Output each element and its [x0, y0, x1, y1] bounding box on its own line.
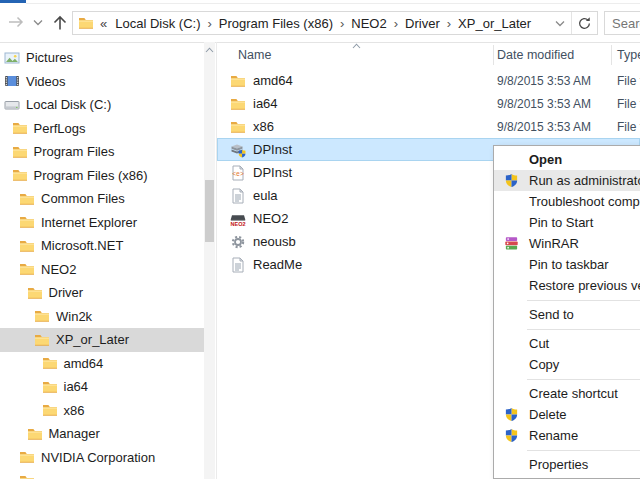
- menu-item-properties[interactable]: Properties: [494, 454, 640, 475]
- file-row-amd64[interactable]: amd649/8/2015 3:53 AMFile folder: [217, 69, 640, 92]
- column-header-type[interactable]: Type: [617, 48, 640, 62]
- svg-text:<e>: <e>: [232, 171, 244, 178]
- breadcrumb-separator-icon[interactable]: ›: [442, 16, 456, 31]
- sidebar-scrollbar[interactable]: [204, 42, 215, 479]
- menu-item-label: Delete: [529, 407, 567, 422]
- breadcrumb-separator-icon[interactable]: ›: [202, 16, 216, 31]
- file-name: DPInst: [253, 142, 292, 157]
- breadcrumb-overflow-chevron[interactable]: «: [100, 16, 107, 31]
- menu-item-label: Cut: [529, 336, 549, 351]
- folder-icon: [42, 355, 58, 371]
- menu-separator: [494, 446, 640, 454]
- sidebar-item-nvidia-corporation[interactable]: NVIDIA Corporation: [0, 446, 204, 470]
- sidebar-item-ia64[interactable]: ia64: [0, 375, 204, 399]
- sidebar-item-amd64[interactable]: amd64: [0, 352, 204, 376]
- file-name: amd64: [253, 73, 293, 88]
- sidebar-item-partial[interactable]: [0, 469, 204, 479]
- breadcrumb-segment[interactable]: NEO2: [349, 16, 388, 31]
- refresh-button[interactable]: [572, 16, 597, 31]
- breadcrumb-segment[interactable]: XP_or_Later: [456, 16, 533, 31]
- folder-icon: [12, 120, 28, 136]
- sidebar-item-label: Internet Explorer: [41, 215, 137, 230]
- up-arrow-icon: [50, 13, 70, 31]
- menu-item-winrar[interactable]: WinRAR: [494, 233, 640, 254]
- explorer-window: « Local Disk (C:)›Program Files (x86)›NE…: [0, 0, 640, 479]
- folder-icon: [12, 167, 28, 183]
- pictures-icon: [4, 50, 20, 66]
- menu-separator: [494, 325, 640, 333]
- file-row-ia64[interactable]: ia649/8/2015 3:53 AMFile folder: [217, 92, 640, 115]
- sidebar-item-label: Videos: [26, 74, 66, 89]
- search-input[interactable]: [605, 12, 640, 34]
- column-header-date-modified[interactable]: Date modified: [497, 48, 574, 62]
- sidebar-item-internet-explorer[interactable]: Internet Explorer: [0, 211, 204, 235]
- scrollbar-thumb[interactable]: [205, 180, 214, 242]
- sidebar-item-videos[interactable]: Videos: [0, 70, 204, 94]
- dpinst-exe-icon: [230, 142, 246, 158]
- column-header-name[interactable]: Name: [238, 48, 271, 62]
- sidebar-item-xp-or-later[interactable]: XP_or_Later: [0, 328, 204, 352]
- search-box: [604, 11, 640, 35]
- sidebar-item-program-files-x86-[interactable]: Program Files (x86): [0, 164, 204, 188]
- sort-ascending-icon: [352, 43, 361, 49]
- sidebar-item-perflogs[interactable]: PerfLogs: [0, 117, 204, 141]
- sidebar-item-manager[interactable]: Manager: [0, 422, 204, 446]
- folder-icon: [12, 144, 28, 160]
- sidebar-item-program-files[interactable]: Program Files: [0, 140, 204, 164]
- menu-item-copy[interactable]: Copy: [494, 354, 640, 375]
- breadcrumb: Local Disk (C:)›Program Files (x86)›NEO2…: [113, 16, 533, 31]
- menu-item-send-to[interactable]: Send to: [494, 304, 640, 325]
- uac-shield-icon: [498, 407, 524, 422]
- sidebar-item-label: Program Files: [34, 144, 115, 159]
- breadcrumb-segment[interactable]: Program Files (x86): [217, 16, 335, 31]
- sidebar-item-neo2[interactable]: NEO2: [0, 258, 204, 282]
- file-date-modified: 9/8/2015 3:53 AM: [497, 92, 591, 115]
- sidebar-item-microsoft-net[interactable]: Microsoft.NET: [0, 234, 204, 258]
- address-dropdown-button[interactable]: [549, 20, 571, 27]
- menu-item-rename[interactable]: Rename: [494, 425, 640, 446]
- column-headers: Name Date modified Type: [217, 42, 640, 68]
- address-bar[interactable]: « Local Disk (C:)›Program Files (x86)›NE…: [72, 11, 598, 35]
- sidebar-item-label: Common Files: [41, 191, 125, 206]
- file-type: File folder: [617, 92, 640, 115]
- sidebar-item-win2k[interactable]: Win2k: [0, 305, 204, 329]
- folder-icon: [42, 402, 58, 418]
- menu-item-open[interactable]: Open: [494, 149, 640, 170]
- menu-item-label: Create shortcut: [529, 386, 618, 401]
- column-separator[interactable]: [493, 45, 494, 65]
- file-name: x86: [253, 119, 274, 134]
- sidebar-item-label: XP_or_Later: [56, 332, 129, 347]
- menu-item-pin-to-taskbar[interactable]: Pin to taskbar: [494, 254, 640, 275]
- breadcrumb-separator-icon[interactable]: ›: [389, 16, 403, 31]
- sidebar-item-common-files[interactable]: Common Files: [0, 187, 204, 211]
- breadcrumb-separator-icon[interactable]: ›: [335, 16, 349, 31]
- menu-item-restore-previous-versions[interactable]: Restore previous versions: [494, 275, 640, 296]
- navigation-tree: PicturesVideosLocal Disk (C:)PerfLogsPro…: [0, 42, 204, 479]
- menu-item-label: Pin to taskbar: [529, 257, 609, 272]
- sidebar-item-label: Pictures: [26, 50, 73, 65]
- column-separator[interactable]: [611, 45, 612, 65]
- menu-item-troubleshoot-compatibility[interactable]: Troubleshoot compatibility: [494, 191, 640, 212]
- sidebar-item-driver[interactable]: Driver: [0, 281, 204, 305]
- file-name: DPInst: [253, 165, 292, 180]
- breadcrumb-segment[interactable]: Driver: [403, 16, 442, 31]
- chevron-up-icon[interactable]: [204, 44, 215, 56]
- menu-item-create-shortcut[interactable]: Create shortcut: [494, 383, 640, 404]
- menu-item-pin-to-start[interactable]: Pin to Start: [494, 212, 640, 233]
- menu-item-label: Troubleshoot compatibility: [529, 194, 640, 209]
- text-doc-icon: [230, 257, 246, 273]
- menu-item-delete[interactable]: Delete: [494, 404, 640, 425]
- menu-item-label: Send to: [529, 307, 574, 322]
- sidebar-item-label: Win2k: [56, 309, 92, 324]
- file-row-x86[interactable]: x869/8/2015 3:53 AMFile folder: [217, 115, 640, 138]
- sidebar-item-x86[interactable]: x86: [0, 399, 204, 423]
- chevron-down-icon: [31, 13, 45, 31]
- folder-icon: [78, 15, 94, 31]
- menu-item-cut[interactable]: Cut: [494, 333, 640, 354]
- sidebar-item-label: ia64: [64, 379, 89, 394]
- sidebar-item-pictures[interactable]: Pictures: [0, 46, 204, 70]
- breadcrumb-segment[interactable]: Local Disk (C:): [113, 16, 202, 31]
- folder-icon: [230, 73, 246, 89]
- sidebar-item-local-disk-c-[interactable]: Local Disk (C:): [0, 93, 204, 117]
- menu-item-run-as-administrator[interactable]: Run as administrator: [494, 170, 640, 191]
